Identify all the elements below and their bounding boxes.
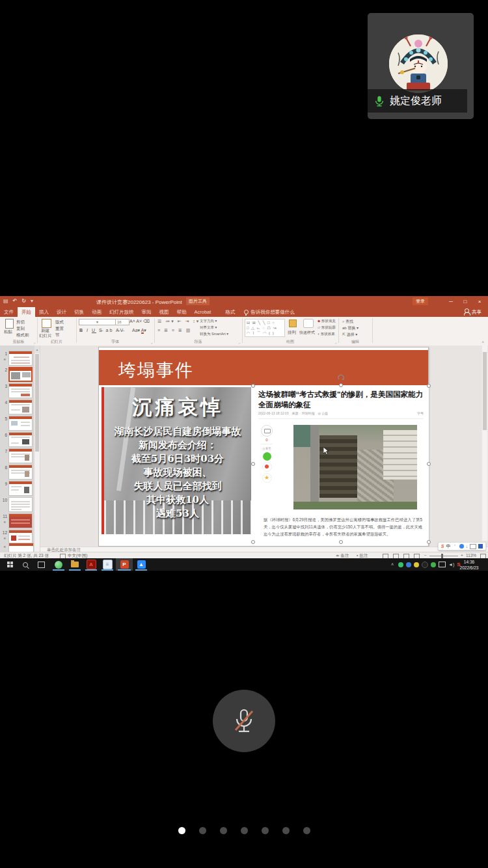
find-button[interactable]: ⌕ 查找: [342, 319, 353, 325]
zoom-level[interactable]: 113%: [466, 553, 476, 558]
tab-design[interactable]: 设计: [53, 307, 70, 317]
font-size-select[interactable]: 16: [115, 319, 129, 325]
page-dot[interactable]: [241, 827, 248, 834]
selection-handle[interactable]: [427, 540, 431, 544]
ime-punctuation-icon[interactable]: ＇: [453, 543, 457, 550]
tab-review[interactable]: 审阅: [138, 307, 156, 317]
tab-format[interactable]: 格式: [221, 307, 239, 317]
zoom-in-icon[interactable]: +: [461, 553, 463, 558]
alignment-icons[interactable]: ≡ ≣ ≡ ≣ ▥: [157, 328, 191, 333]
slide-thumbnail[interactable]: [8, 481, 33, 496]
tray-icon[interactable]: [406, 562, 411, 567]
page-dot[interactable]: [220, 827, 227, 834]
slide-thumbnail[interactable]: [8, 400, 33, 414]
selection-handle[interactable]: [427, 462, 431, 466]
tab-home[interactable]: 开始: [18, 307, 35, 317]
tab-file[interactable]: 文件: [0, 307, 18, 317]
slide-thumbnail[interactable]: [8, 432, 33, 447]
slide-thumbnail[interactable]: [8, 465, 33, 480]
font-color-buttons[interactable]: Aa▾ A▾: [132, 328, 146, 333]
tray-icon[interactable]: [431, 562, 436, 567]
list-indent-icons[interactable]: ☰ ≔▾ ⇤ ⇥ ↕▾: [157, 319, 200, 324]
participant-video-tile[interactable]: 姚定俊老师: [368, 13, 474, 119]
tab-insert[interactable]: 插入: [35, 307, 53, 317]
section-button[interactable]: 节: [55, 332, 60, 338]
share-button[interactable]: 共享: [465, 307, 481, 317]
taskbar-powerpoint-icon-active[interactable]: P: [116, 558, 133, 571]
slide-thumbnail[interactable]: [8, 497, 33, 512]
copy-button[interactable]: 复制: [16, 326, 25, 332]
minimize-button[interactable]: ─: [444, 296, 458, 307]
display-tray-icon[interactable]: [439, 562, 446, 567]
dialog-launcher-icon[interactable]: ⌐: [335, 341, 337, 345]
layout-button[interactable]: 版式: [55, 319, 64, 325]
sogou-logo-icon[interactable]: S: [441, 544, 444, 549]
ime-download-icon[interactable]: ↓: [466, 544, 468, 549]
ime-toolbox-icon[interactable]: [470, 544, 476, 549]
slide-thumbnail[interactable]: [8, 448, 33, 463]
undo-icon[interactable]: ↶: [13, 298, 18, 304]
maximize-button[interactable]: □: [458, 296, 472, 307]
page-dot-active[interactable]: [178, 827, 185, 834]
redo-icon[interactable]: ↻: [21, 298, 26, 304]
taskbar-search-icon[interactable]: [18, 558, 33, 571]
format-painter-button[interactable]: 格式刷: [16, 332, 29, 338]
tab-animations[interactable]: 动画: [88, 307, 105, 317]
save-icon[interactable]: ▤: [3, 298, 8, 304]
dialog-launcher-icon[interactable]: ⌐: [151, 341, 153, 345]
close-button[interactable]: ×: [472, 296, 487, 307]
slide-thumbnail[interactable]: [8, 351, 33, 366]
taskbar-notes-app-icon[interactable]: ≡: [100, 558, 115, 571]
replace-button[interactable]: ab 替换 ▾: [342, 325, 359, 331]
paste-button[interactable]: 粘贴: [4, 329, 12, 335]
microphone-mute-button[interactable]: [213, 690, 275, 752]
slide-title-band[interactable]: 垮塌事件: [99, 350, 428, 385]
taskbar-acrobat-icon[interactable]: A: [83, 558, 99, 571]
page-dot[interactable]: [303, 827, 310, 834]
page-dot[interactable]: [199, 827, 206, 834]
select-button[interactable]: ⇱ 选择 ▾: [342, 332, 357, 338]
qat-customize-icon[interactable]: ▾: [31, 298, 33, 304]
font-style-buttons[interactable]: B I U S̶ ab A̶V̶: [79, 328, 124, 332]
new-slide-icon[interactable]: [42, 319, 51, 328]
page-dot[interactable]: [282, 827, 290, 834]
tab-acrobat[interactable]: Acrobat: [191, 307, 215, 317]
zoom-slider-thumb[interactable]: [441, 554, 443, 558]
scroll-up-icon[interactable]: ▴: [34, 346, 40, 353]
selection-handle[interactable]: [251, 540, 255, 544]
grow-shrink-font-icons[interactable]: A˄ A˅ ⌫: [129, 319, 150, 324]
dialog-launcher-icon[interactable]: ⌐: [34, 341, 36, 345]
ime-emoji-icon[interactable]: [459, 544, 464, 549]
news-article-image[interactable]: 这场被群嘲“考古式救援”的惨剧，是美国国家能力全面崩塌的象征 2022-06-1…: [253, 386, 429, 542]
taskbar-browser-icon[interactable]: [51, 558, 66, 571]
tray-qq-icon[interactable]: [422, 562, 428, 568]
tab-transitions[interactable]: 切换: [70, 307, 88, 317]
text-direction-button[interactable]: 文字方向 ▾: [200, 319, 217, 323]
slide-thumbnail[interactable]: [8, 416, 33, 431]
sign-in-button[interactable]: 登录: [413, 297, 428, 305]
selection-handle[interactable]: [339, 383, 343, 387]
rotate-handle-icon[interactable]: [337, 374, 345, 382]
taskbar-meeting-app-icon[interactable]: ▲: [133, 558, 149, 571]
start-button[interactable]: [3, 558, 17, 571]
tab-help[interactable]: 帮助: [173, 307, 191, 317]
editor-scrollbar-thumb[interactable]: [483, 352, 487, 430]
cut-button[interactable]: 剪切: [16, 319, 25, 325]
volume-icon[interactable]: ◄): [448, 562, 454, 567]
dialog-launcher-icon[interactable]: ⌐: [239, 341, 241, 345]
taskbar-file-explorer-icon[interactable]: [67, 558, 83, 571]
slide-canvas[interactable]: 垮塌事件 沉痛哀悼 湖南长沙居民自建房倒塌事故 新闻发布会介绍： 截至5月6日3…: [98, 347, 429, 547]
ime-toolbar[interactable]: S 中 ＇ ↓: [438, 542, 486, 550]
slide-thumbnail[interactable]: [8, 383, 33, 398]
notes-pane[interactable]: 单击此处添加备注: [40, 547, 488, 552]
selection-handle[interactable]: [251, 384, 255, 388]
shape-outline-button[interactable]: ▱ 形状轮廓: [318, 325, 336, 330]
tab-slideshow[interactable]: 幻灯片放映: [105, 307, 138, 317]
tab-view[interactable]: 视图: [156, 307, 173, 317]
collapse-ribbon-icon[interactable]: ˄: [481, 340, 484, 344]
quick-styles-button[interactable]: 快速样式: [299, 330, 315, 336]
tray-icon[interactable]: [398, 562, 403, 567]
page-dot[interactable]: [262, 827, 269, 834]
shape-effects-button[interactable]: ◐ 形状效果: [318, 332, 335, 336]
slide-thumbnail[interactable]: [8, 513, 33, 528]
